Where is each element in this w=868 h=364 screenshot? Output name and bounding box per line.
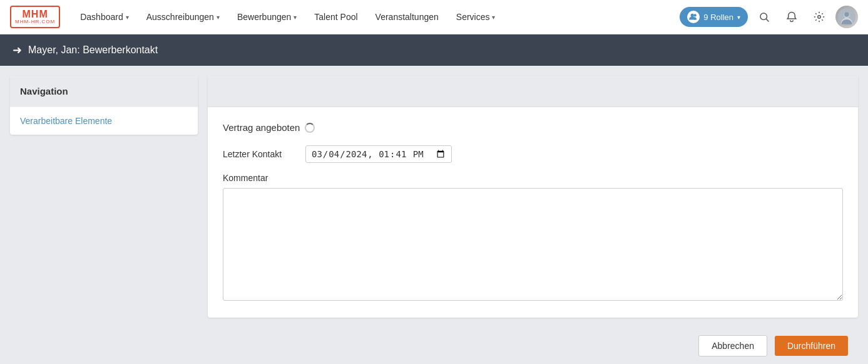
spinner-icon bbox=[305, 123, 315, 133]
submit-button[interactable]: Durchführen bbox=[775, 336, 848, 356]
sidebar-item-verarbeitbare-elemente[interactable]: Verarbeitbare Elemente bbox=[10, 107, 198, 135]
date-label: Letzter Kontakt bbox=[223, 149, 298, 159]
nav-label-ausschreibungen: Ausschreibungen bbox=[146, 12, 214, 22]
nav-right-section: 9 Rollen ▾ bbox=[680, 6, 858, 28]
nav-label-veranstaltungen: Veranstaltungen bbox=[375, 12, 439, 22]
roles-label: 9 Rollen bbox=[703, 13, 733, 22]
logo-bottom: MHM-HR.COM bbox=[15, 19, 55, 24]
nav-label-bewerbungen: Bewerbungen bbox=[237, 12, 291, 22]
avatar-image bbox=[835, 6, 858, 28]
svg-point-7 bbox=[844, 12, 849, 17]
comment-section: Kommentar bbox=[223, 173, 843, 303]
roles-chevron-icon: ▾ bbox=[737, 14, 740, 21]
notification-button[interactable] bbox=[780, 6, 803, 28]
cancel-button[interactable]: Abbrechen bbox=[698, 335, 767, 356]
settings-button[interactable] bbox=[808, 6, 830, 28]
svg-line-3 bbox=[766, 19, 768, 21]
roles-icon bbox=[687, 11, 700, 23]
status-row: Vertrag angeboten bbox=[223, 122, 843, 133]
top-navigation: MHM MHM-HR.COM Dashboard ▾ Ausschreibung… bbox=[0, 0, 868, 34]
nav-label-dashboard: Dashboard bbox=[80, 12, 123, 22]
nav-item-talent-pool[interactable]: Talent Pool bbox=[307, 0, 365, 34]
chevron-down-icon: ▾ bbox=[217, 14, 220, 21]
back-arrow-icon[interactable]: ➜ bbox=[13, 43, 22, 57]
roles-button[interactable]: 9 Rollen ▾ bbox=[680, 7, 748, 27]
nav-item-bewerbungen[interactable]: Bewerbungen ▾ bbox=[230, 0, 304, 34]
breadcrumb-bar: ➜ Mayer, Jan: Bewerberkontakt bbox=[0, 34, 868, 66]
nav-label-talent-pool: Talent Pool bbox=[314, 12, 357, 22]
sidebar: Navigation Verarbeitbare Elemente bbox=[10, 76, 198, 135]
form-card: Vertrag angeboten Letzter Kontakt Kommen… bbox=[208, 76, 858, 318]
search-button[interactable] bbox=[753, 6, 775, 28]
sidebar-heading: Navigation bbox=[10, 76, 198, 107]
chevron-down-icon: ▾ bbox=[492, 14, 495, 21]
sidebar-item-label: Verarbeitbare Elemente bbox=[20, 116, 112, 126]
action-bar: Abbrechen Durchführen bbox=[208, 325, 858, 364]
logo-top: MHM bbox=[23, 9, 48, 19]
svg-point-1 bbox=[694, 14, 697, 16]
date-row: Letzter Kontakt bbox=[223, 145, 843, 163]
nav-item-ausschreibungen[interactable]: Ausschreibungen ▾ bbox=[139, 0, 227, 34]
chevron-down-icon: ▾ bbox=[294, 14, 297, 21]
svg-point-2 bbox=[760, 13, 767, 20]
svg-point-4 bbox=[818, 16, 821, 19]
form-card-header bbox=[208, 76, 858, 107]
user-avatar[interactable] bbox=[835, 6, 858, 28]
status-label: Vertrag angeboten bbox=[223, 122, 300, 133]
nav-label-services: Services bbox=[456, 12, 490, 22]
comment-textarea[interactable] bbox=[223, 188, 843, 301]
date-input[interactable] bbox=[305, 145, 452, 163]
nav-item-veranstaltungen[interactable]: Veranstaltungen bbox=[368, 0, 446, 34]
comment-label: Kommentar bbox=[223, 173, 843, 183]
nav-item-services[interactable]: Services ▾ bbox=[449, 0, 503, 34]
form-card-body: Vertrag angeboten Letzter Kontakt Kommen… bbox=[208, 107, 858, 318]
main-content: Navigation Verarbeitbare Elemente Vertra… bbox=[0, 66, 868, 364]
form-area: Vertrag angeboten Letzter Kontakt Kommen… bbox=[208, 76, 858, 364]
page-title: Mayer, Jan: Bewerberkontakt bbox=[28, 44, 158, 56]
chevron-down-icon: ▾ bbox=[126, 14, 129, 21]
logo[interactable]: MHM MHM-HR.COM bbox=[10, 6, 60, 28]
nav-item-dashboard[interactable]: Dashboard ▾ bbox=[73, 0, 136, 34]
